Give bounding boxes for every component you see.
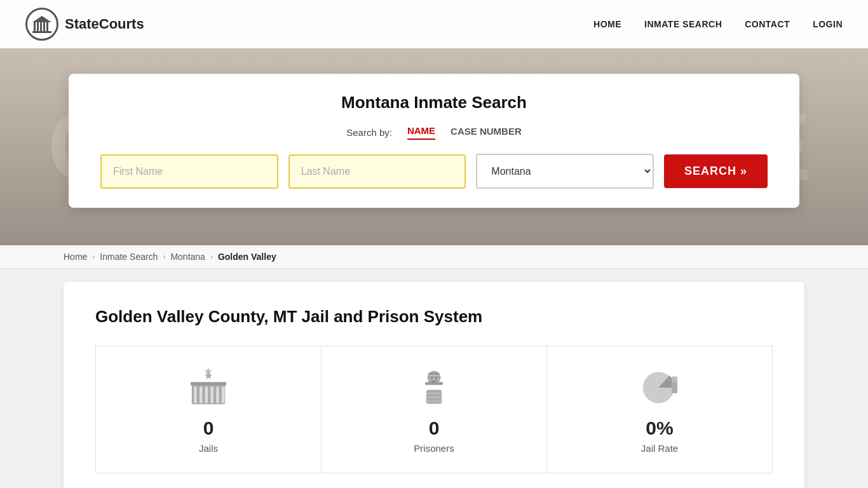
logo[interactable]: StateCourts: [25, 8, 144, 41]
stat-jails: 0 Jails: [96, 346, 322, 473]
search-card-title: Montana Inmate Search: [100, 93, 768, 112]
search-card: Montana Inmate Search Search by: NAME CA…: [69, 74, 799, 208]
breadcrumb: Home › Inmate Search › Montana › Golden …: [0, 245, 868, 269]
breadcrumb-inmate-search[interactable]: Inmate Search: [100, 252, 158, 262]
prisoners-value: 0: [429, 417, 440, 439]
nav-home[interactable]: HOME: [593, 19, 621, 29]
svg-rect-8: [194, 386, 196, 403]
breadcrumb-sep-3: ›: [210, 252, 213, 261]
svg-rect-12: [216, 386, 219, 403]
svg-rect-1: [37, 22, 39, 31]
search-by-row: Search by: NAME CASE NUMBER: [100, 125, 768, 140]
svg-rect-24: [426, 396, 442, 398]
stats-row: 0 Jails: [95, 346, 773, 473]
search-tab-name[interactable]: NAME: [407, 125, 435, 140]
first-name-input[interactable]: [100, 154, 278, 189]
jail-rate-value: 0%: [646, 417, 673, 439]
breadcrumb-sep-1: ›: [92, 252, 95, 261]
top-navigation: StateCourts HOME INMATE SEARCH CONTACT L…: [0, 0, 868, 48]
prisoner-icon: [412, 365, 456, 410]
nav-contact[interactable]: CONTACT: [745, 19, 790, 29]
nav-inmate-search[interactable]: INMATE SEARCH: [644, 19, 722, 29]
breadcrumb-montana[interactable]: Montana: [170, 252, 205, 262]
nav-links: HOME INMATE SEARCH CONTACT LOGIN: [593, 19, 843, 29]
jail-rate-label: Jail Rate: [641, 443, 678, 454]
card-title: Golden Valley County, MT Jail and Prison…: [95, 307, 773, 327]
svg-rect-18: [425, 382, 443, 384]
search-inputs-row: Montana SEARCH »: [100, 154, 768, 189]
stat-prisoners: 0 Prisoners: [322, 346, 547, 473]
svg-rect-14: [191, 382, 226, 385]
svg-rect-2: [40, 22, 42, 31]
logo-icon-circle: [25, 8, 58, 41]
jails-value: 0: [203, 417, 214, 439]
last-name-input[interactable]: [288, 154, 466, 189]
svg-point-26: [431, 377, 433, 379]
stat-jail-rate: 0% Jail Rate: [547, 346, 772, 473]
svg-marker-5: [32, 16, 51, 22]
prisoners-label: Prisoners: [414, 443, 454, 454]
svg-rect-0: [34, 22, 36, 31]
svg-marker-16: [205, 372, 212, 379]
svg-rect-30: [672, 382, 677, 393]
info-card: Golden Valley County, MT Jail and Prison…: [64, 281, 804, 488]
jail-icon: [186, 365, 231, 410]
svg-rect-21: [428, 377, 440, 379]
svg-rect-23: [426, 393, 442, 395]
logo-svg-icon: [31, 13, 53, 35]
search-tab-case-number[interactable]: CASE NUMBER: [451, 126, 522, 139]
svg-rect-25: [426, 400, 442, 402]
svg-rect-10: [205, 386, 208, 403]
logo-text: StateCourts: [65, 16, 144, 32]
svg-rect-3: [43, 22, 45, 31]
svg-point-27: [435, 377, 437, 379]
main-content: Golden Valley County, MT Jail and Prison…: [0, 269, 868, 488]
search-button[interactable]: SEARCH »: [664, 154, 768, 188]
breadcrumb-current: Golden Valley: [218, 252, 276, 262]
svg-rect-9: [200, 386, 202, 403]
breadcrumb-home[interactable]: Home: [64, 252, 87, 262]
svg-rect-20: [428, 375, 440, 377]
search-by-label: Search by:: [346, 127, 392, 138]
svg-rect-11: [211, 386, 214, 403]
svg-rect-6: [32, 31, 51, 33]
jail-rate-icon: [637, 365, 682, 410]
svg-rect-4: [46, 22, 48, 31]
jails-label: Jails: [199, 443, 218, 454]
state-select[interactable]: Montana: [476, 154, 654, 189]
svg-rect-13: [222, 386, 224, 403]
nav-login[interactable]: LOGIN: [813, 19, 843, 29]
breadcrumb-sep-2: ›: [163, 252, 165, 261]
